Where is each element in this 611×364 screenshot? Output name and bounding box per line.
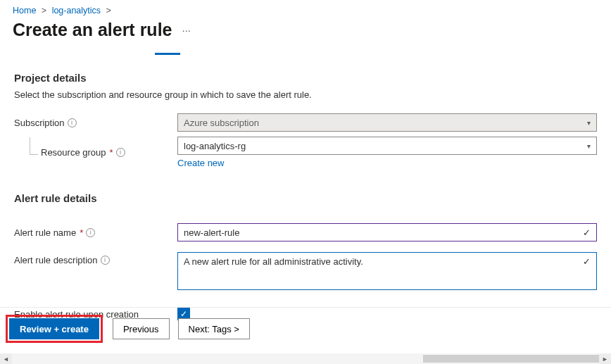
required-indicator: * — [80, 227, 83, 238]
alert-name-label: Alert rule name * i — [14, 227, 177, 238]
alert-desc-label: Alert rule description i — [14, 252, 177, 265]
subscription-value: Azure subscription — [184, 118, 259, 128]
check-icon: ✓ — [583, 256, 591, 267]
create-new-rg-link[interactable]: Create new — [177, 158, 224, 168]
highlight-annotation: Review + create — [6, 315, 103, 343]
check-icon: ✓ — [583, 227, 591, 238]
chevron-down-icon: ▾ — [587, 142, 591, 150]
horizontal-scrollbar[interactable]: ◄ ► — [0, 353, 611, 364]
info-icon[interactable]: i — [68, 118, 77, 127]
previous-button[interactable]: Previous — [113, 318, 170, 339]
info-icon[interactable]: i — [101, 256, 110, 265]
resource-group-label: Resource group * i — [14, 147, 177, 158]
section-project-subtext: Select the subscription and resource gro… — [14, 89, 597, 100]
info-icon[interactable]: i — [116, 148, 125, 157]
scroll-thumb[interactable] — [423, 355, 599, 363]
breadcrumb-home[interactable]: Home — [13, 6, 36, 15]
next-tags-button[interactable]: Next: Tags > — [178, 318, 250, 339]
resource-group-select[interactable]: log-analytics-rg ▾ — [177, 137, 597, 155]
section-project-heading: Project details — [14, 72, 597, 84]
alert-desc-input[interactable]: A new alert rule for all administrative … — [177, 252, 597, 290]
alert-name-input[interactable]: new-alert-rule ✓ — [177, 223, 597, 241]
chevron-right-icon: > — [42, 6, 46, 15]
scroll-track[interactable] — [12, 353, 599, 364]
alert-name-value: new-alert-rule — [184, 227, 239, 238]
more-actions-icon[interactable]: ··· — [182, 24, 191, 36]
breadcrumb-loganalytics[interactable]: log-analytics — [52, 6, 101, 15]
breadcrumb: Home > log-analytics > — [0, 0, 611, 18]
page-header: Create an alert rule ··· — [0, 18, 611, 46]
resource-group-value: log-analytics-rg — [184, 141, 246, 151]
required-indicator: * — [110, 147, 113, 158]
subscription-label: Subscription i — [14, 118, 177, 128]
wizard-footer: Review + create Previous Next: Tags > — [0, 307, 611, 350]
section-details-heading: Alert rule details — [14, 192, 597, 204]
chevron-down-icon: ▾ — [587, 119, 591, 127]
page-title: Create an alert rule — [13, 20, 172, 40]
form-content: Project details Select the subscription … — [0, 55, 611, 324]
review-create-button[interactable]: Review + create — [9, 318, 99, 339]
info-icon[interactable]: i — [86, 228, 95, 237]
alert-desc-value: A new alert rule for all administrative … — [184, 256, 363, 267]
subscription-select: Azure subscription ▾ — [177, 113, 597, 132]
scroll-left-icon[interactable]: ◄ — [0, 353, 12, 364]
scroll-right-icon[interactable]: ► — [599, 353, 611, 364]
chevron-right-icon: > — [106, 6, 111, 15]
